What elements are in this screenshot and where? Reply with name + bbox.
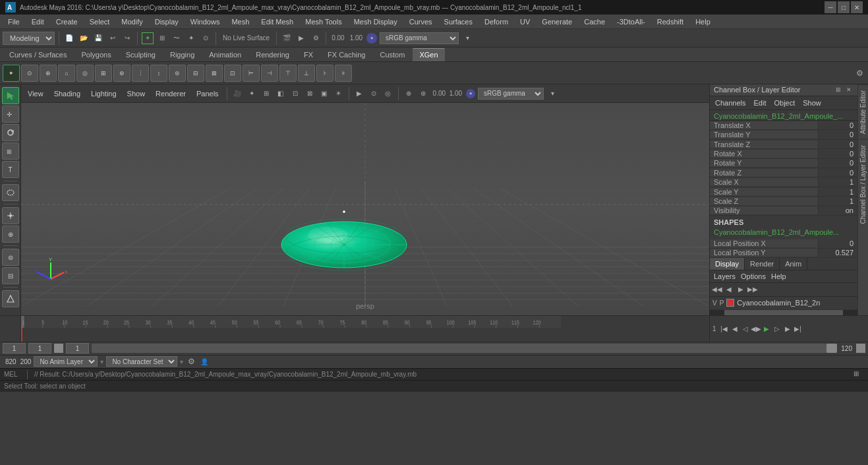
shelf-icon-10[interactable]: ⊟ xyxy=(187,65,204,82)
snap-view-btn[interactable]: ⊙ xyxy=(200,32,212,44)
next-frame-btn[interactable]: ▶ xyxy=(782,324,793,334)
shelf-icon-select[interactable]: ✦ xyxy=(3,65,20,82)
local-pos-x-value[interactable]: 0 xyxy=(818,239,857,247)
frame-input-2[interactable] xyxy=(28,343,51,354)
gamma-dropdown[interactable]: ▾ xyxy=(461,32,473,44)
shelf-tab-fxcaching[interactable]: FX Caching xyxy=(321,48,372,61)
channel-box-layer-editor-tab[interactable]: Channel Box / Layer Editor xyxy=(858,139,868,230)
menu-display[interactable]: Display xyxy=(150,16,184,27)
vp-color-icon[interactable]: ● xyxy=(466,89,475,98)
menu-deform[interactable]: Deform xyxy=(479,16,513,27)
status-cmd-btn[interactable]: ⊞ xyxy=(854,370,864,379)
shelf-tab-curves[interactable]: Curves / Surfaces xyxy=(3,48,73,61)
shelf-tab-rigging[interactable]: Rigging xyxy=(163,48,201,61)
timeline-playbar[interactable] xyxy=(21,328,709,342)
vp-anim-icon[interactable]: ▶ xyxy=(353,88,365,100)
mode-selector[interactable]: Modeling xyxy=(3,32,55,45)
vp-hud-icon[interactable]: ⊙ xyxy=(368,88,380,100)
shelf-icon-7[interactable]: ⋮ xyxy=(132,65,149,82)
shelf-icon-1[interactable]: ⊙ xyxy=(21,65,38,82)
layer-playback-btn[interactable]: P xyxy=(720,299,724,307)
shelf-icon-12[interactable]: ⊡ xyxy=(224,65,241,82)
vp-grid-icon[interactable]: ⊞ xyxy=(260,88,272,100)
channels-btn[interactable]: Channels xyxy=(712,98,748,108)
shelf-icon-3[interactable]: ⌂ xyxy=(58,65,75,82)
vp-renderer-menu[interactable]: Renderer xyxy=(152,88,190,99)
menu-curves[interactable]: Curves xyxy=(404,16,438,27)
snap-together-tool[interactable]: ⊕ xyxy=(2,226,19,243)
undo-btn[interactable]: ↩ xyxy=(107,32,119,44)
timeline-ruler[interactable]: 1 5 10 15 20 25 30 35 40 xyxy=(21,316,561,328)
render-tab[interactable]: Render xyxy=(745,258,780,270)
translate-y-value[interactable]: 0 xyxy=(818,131,857,139)
menu-uv[interactable]: UV xyxy=(515,16,535,27)
shelf-icon-5[interactable]: ⊞ xyxy=(95,65,112,82)
shelf-icon-15[interactable]: ⊤ xyxy=(279,65,297,82)
edit-btn[interactable]: Edit xyxy=(751,98,768,108)
menu-edit-mesh[interactable]: Edit Mesh xyxy=(256,16,299,27)
menu-mesh[interactable]: Mesh xyxy=(226,16,254,27)
vp-isolate-icon[interactable]: ◎ xyxy=(382,88,394,100)
vp-lighting-menu[interactable]: Lighting xyxy=(87,88,121,99)
maximize-button[interactable]: □ xyxy=(838,1,850,13)
rotate-z-value[interactable]: 0 xyxy=(818,169,857,177)
rp-float-btn[interactable]: ⊞ xyxy=(834,85,843,94)
current-frame-input[interactable] xyxy=(3,343,26,354)
menu-cache[interactable]: Cache xyxy=(579,16,610,27)
prev-key-btn[interactable]: ◁ xyxy=(740,324,751,334)
go-to-start-btn[interactable]: |◀ xyxy=(719,324,730,334)
scale-x-value[interactable]: 1 xyxy=(818,178,857,186)
shelf-icon-9[interactable]: ⊜ xyxy=(169,65,186,82)
vp-panels-menu[interactable]: Panels xyxy=(192,88,223,99)
vp-sel-icon[interactable]: ✦ xyxy=(246,88,258,100)
ipr-btn[interactable]: ▶ xyxy=(295,32,307,44)
frame-range-slider[interactable] xyxy=(92,344,837,353)
shelf-icon-6[interactable]: ⊛ xyxy=(113,65,130,82)
vp-wire-icon[interactable]: ⊡ xyxy=(289,88,301,100)
redo-btn[interactable]: ↪ xyxy=(121,32,133,44)
visibility-value[interactable]: on xyxy=(818,206,857,214)
layer-icon-2[interactable]: ◀ xyxy=(724,285,734,294)
menu-create[interactable]: Create xyxy=(51,16,83,27)
ampoule-3d-object[interactable] xyxy=(265,208,423,281)
shelf-tab-animation[interactable]: Animation xyxy=(202,48,248,61)
rotate-y-value[interactable]: 0 xyxy=(818,159,857,167)
display-tab[interactable]: Display xyxy=(710,258,745,270)
char-set-selector[interactable]: No Character Set xyxy=(106,356,177,367)
rp-close-btn[interactable]: ✕ xyxy=(844,85,854,94)
menu-file[interactable]: File xyxy=(3,16,25,27)
shelf-icon-13[interactable]: ⊢ xyxy=(243,65,260,82)
go-to-end-btn[interactable]: ▶| xyxy=(793,324,803,334)
shelf-tab-xgen[interactable]: XGen xyxy=(413,48,444,61)
move-tool[interactable]: ✛ xyxy=(2,106,19,123)
menu-mesh-tools[interactable]: Mesh Tools xyxy=(300,16,347,27)
render-settings-btn[interactable]: ⚙ xyxy=(310,32,322,44)
menu-redshift[interactable]: Redshift xyxy=(652,16,689,27)
shelf-icon-4[interactable]: ◎ xyxy=(76,65,94,82)
select-tool[interactable] xyxy=(2,87,19,104)
lasso-tool[interactable] xyxy=(2,184,19,201)
anim-layer-selector[interactable]: No Anim Layer xyxy=(34,356,98,367)
vp-cam-icon[interactable]: 🎥 xyxy=(231,88,243,100)
frame-input-3[interactable] xyxy=(66,343,89,354)
autokey-btn[interactable]: ⚙ xyxy=(186,356,196,367)
menu-windows[interactable]: Windows xyxy=(185,16,225,27)
color-mgmt-icon[interactable]: ● xyxy=(366,33,377,44)
scale-z-value[interactable]: 1 xyxy=(818,197,857,205)
vp-show-menu[interactable]: Show xyxy=(123,88,150,99)
next-key-btn[interactable]: ▷ xyxy=(772,324,782,334)
shelf-tab-fx[interactable]: FX xyxy=(297,48,320,61)
snap-curve-btn[interactable]: 〜 xyxy=(171,32,183,44)
open-btn[interactable]: 📂 xyxy=(78,32,90,44)
vp-gamma-dropdown[interactable]: ▾ xyxy=(546,88,558,100)
rotate-x-value[interactable]: 0 xyxy=(818,150,857,158)
shelf-tab-polygons[interactable]: Polygons xyxy=(74,48,117,61)
play-back-btn[interactable]: ◀▶ xyxy=(751,324,761,334)
menu-select[interactable]: Select xyxy=(84,16,115,27)
vp-shading-menu[interactable]: Shading xyxy=(50,88,84,99)
range-slider-thumb[interactable] xyxy=(826,344,837,353)
vp-view-menu[interactable]: View xyxy=(24,88,47,99)
show-manip-tool[interactable]: ⊟ xyxy=(2,267,19,284)
shelf-icon-18[interactable]: ⊧ xyxy=(335,65,352,82)
show-btn[interactable]: Show xyxy=(800,98,824,108)
